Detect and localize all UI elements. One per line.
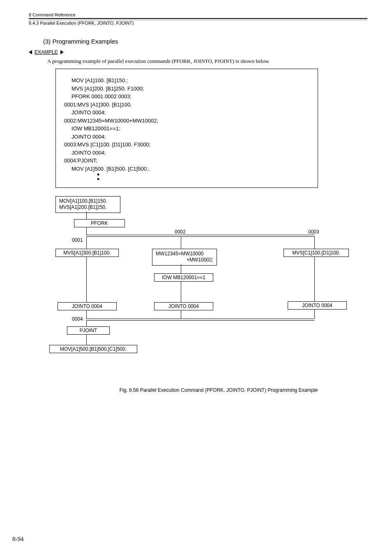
code-line: JOINTO 0004;: [64, 133, 314, 141]
diagram-box-pfork: PFORK: [74, 219, 125, 227]
diagram-box-bottom: MOV[A1]500.[B1]500.[C1]500.: [49, 345, 137, 353]
body-text: A programming example of parallel execut…: [47, 58, 367, 65]
connector-line: [86, 212, 87, 219]
ellipsis-icon: •: [97, 173, 314, 177]
code-line: 0003:MVS [C1]100. [D1]100. F3000;: [64, 141, 314, 149]
connector-line: [314, 310, 315, 319]
connector-line: [86, 310, 87, 319]
connector-line: [86, 320, 314, 321]
diagram-text: MVS[C1]100.[D1]100.: [292, 250, 340, 256]
connector-line: [86, 320, 87, 326]
code-line: 0001:MVS [A1]300. [B1]100.: [64, 101, 314, 109]
diagram-box: JOINTO 0004: [58, 302, 117, 310]
code-line: IOW MB120001==1;: [64, 125, 314, 133]
code-line: JOINTO 0004;: [64, 149, 314, 157]
diagram-label: 0004: [72, 316, 83, 322]
connector-line: [314, 236, 315, 249]
header-rule: [29, 18, 367, 19]
connector-line: [86, 236, 87, 249]
diagram-text: PJOINT: [80, 328, 97, 333]
diagram-box: MW12345=MW10000 +MW10002;: [152, 249, 217, 266]
diagram-text: MOV[A1]500.[B1]500.[C1]500.: [60, 346, 127, 352]
diagram-text: MW12345=MW10000: [156, 251, 213, 257]
code-line: MOV [A1]500. [B1]500. [C1]500.;: [64, 165, 314, 173]
example-label-row: EXAMPLE: [29, 48, 367, 57]
connector-line: [181, 236, 181, 249]
diagram-text: IOW MB120001==1: [162, 275, 205, 280]
flow-diagram: MOV[A1]100.[B1]150. MVS[A1]200.[B1]250. …: [47, 196, 368, 377]
diagram-text: PFORK: [91, 220, 108, 226]
diagram-box: MVS[A1]300.[B1]100.: [55, 249, 119, 257]
diagram-text: MVS[A1]200.[B1]250.: [59, 204, 117, 211]
diagram-box-pjoint: PJOINT: [67, 326, 110, 335]
connector-line: [181, 264, 181, 273]
code-line: 0004:PJOINT;: [64, 157, 314, 165]
code-line: PFORK 0001 0002 0003;: [64, 92, 314, 101]
page-number: 8-94: [12, 536, 24, 543]
connector-line: [181, 310, 181, 319]
example-label: EXAMPLE: [35, 49, 58, 55]
figure-caption: Fig. 8.56 Parallel Execution Command (PF…: [70, 387, 367, 393]
diagram-text: JOINTO 0004: [168, 303, 199, 309]
connector-line: [86, 257, 87, 302]
triangle-right-icon: [60, 50, 64, 54]
code-line: JOINTO 0004;: [64, 109, 314, 117]
connector-line: [86, 335, 87, 345]
connector-line: [86, 236, 314, 237]
code-line: 0002:MW12345=MW10000+MW10002;: [64, 117, 314, 125]
diagram-box: JOINTO 0004: [288, 301, 347, 310]
diagram-box: IOW MB120001==1: [154, 273, 213, 282]
diagram-text: MOV[A1]100.[B1]150.: [59, 198, 117, 205]
code-line: MVS [A1]200. [B1]250. F1000;: [64, 85, 314, 93]
diagram-text: +MW10002;: [156, 257, 213, 264]
code-listing: MOV [A1]100. [B1]150.; MVS [A1]200. [B1]…: [55, 69, 318, 188]
header-section: 8.4.3 Parallel Execution (PFORK, JOINTO,…: [29, 20, 367, 25]
connector-line: [86, 227, 87, 235]
diagram-box: JOINTO 0004: [154, 302, 213, 310]
diagram-label: 0002: [175, 229, 186, 235]
diagram-text: JOINTO 0004: [72, 303, 102, 309]
triangle-left-icon: [29, 50, 32, 54]
diagram-box-top: MOV[A1]100.[B1]150. MVS[A1]200.[B1]250.: [55, 196, 120, 213]
diagram-text: JOINTO 0004: [302, 303, 332, 308]
header-chapter: 8 Command Reference: [29, 12, 367, 18]
page-header: 8 Command Reference 8.4.3 Parallel Execu…: [29, 12, 367, 25]
diagram-label: 0003: [308, 229, 319, 235]
ellipsis-icon: •: [97, 177, 314, 182]
section-title: (3) Programming Examples: [43, 38, 367, 45]
connector-line: [314, 257, 315, 301]
connector-line: [181, 282, 181, 302]
diagram-text: MVS[A1]300.[B1]100.: [63, 250, 111, 256]
diagram-box: MVS[C1]100.[D1]100.: [284, 249, 349, 257]
connector-line: [86, 319, 314, 319]
code-line: MOV [A1]100. [B1]150.;: [64, 76, 314, 85]
connector-line: [86, 235, 314, 235]
diagram-label: 0001: [72, 237, 83, 243]
